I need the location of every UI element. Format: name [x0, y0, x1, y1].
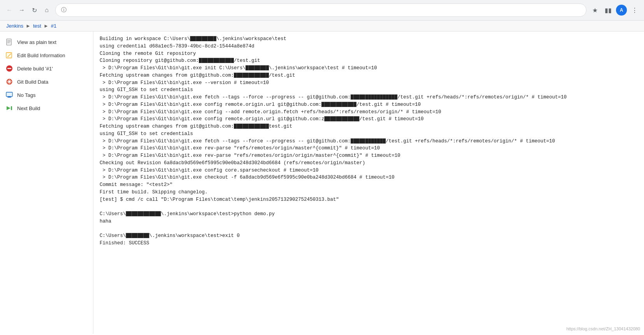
main-layout: View as plain text Edit Build Informatio… [0, 32, 644, 334]
nav-buttons: ← → ↻ ⌂ [4, 5, 52, 16]
avatar-button[interactable]: A [616, 5, 627, 16]
sidebar-item-no-tags[interactable]: No Tags [0, 88, 93, 102]
sidebar-label-view-plain-text: View as plain text [17, 39, 56, 45]
forward-button[interactable]: → [16, 5, 27, 16]
console-output[interactable]: Building in workspace C:\Users\█████████… [93, 32, 644, 334]
breadcrumb: Jenkins ► test ► #1 [0, 21, 644, 32]
breadcrumb-sep-1: ► [26, 23, 31, 29]
sidebar-item-view-plain-text[interactable]: View as plain text [0, 35, 93, 49]
sidebar-label-next-build: Next Build [17, 105, 40, 111]
sidebar-label-delete-build: Delete build '#1' [17, 66, 53, 72]
sidebar-label-edit-build-info: Edit Build Information [17, 53, 65, 58]
sidebar-label-git-build-data: Git Build Data [17, 79, 48, 85]
sidebar-item-next-build[interactable]: Next Build [0, 102, 93, 115]
home-button[interactable]: ⌂ [41, 5, 52, 16]
url-input[interactable]: 127.0.0.1:8080/jenkins/job/test/1/consol… [70, 7, 581, 13]
sidebar-item-git-build-data[interactable]: Git Build Data [0, 75, 93, 88]
breadcrumb-sep-2: ► [44, 23, 49, 29]
sidebar: View as plain text Edit Build Informatio… [0, 32, 93, 334]
breadcrumb-jenkins[interactable]: Jenkins [6, 23, 23, 29]
svg-line-5 [10, 54, 11, 54]
delete-icon [5, 65, 13, 72]
svg-rect-9 [6, 92, 12, 96]
bookmark-button[interactable]: ★ [590, 5, 600, 16]
doc-icon [5, 38, 13, 46]
sidebar-label-no-tags: No Tags [17, 92, 35, 98]
breadcrumb-test[interactable]: test [33, 23, 41, 29]
browser-chrome: ← → ↻ ⌂ ⓘ 127.0.0.1:8080/jenkins/job/tes… [0, 0, 644, 21]
watermark: https://blog.csdn.net/ZH_13041432080 [566, 326, 640, 331]
breadcrumb-build[interactable]: #1 [51, 23, 56, 29]
monitor-icon [5, 91, 13, 99]
sidebar-item-edit-build-info[interactable]: Edit Build Information [0, 49, 93, 62]
browser-toolbar: ← → ↻ ⌂ ⓘ 127.0.0.1:8080/jenkins/job/tes… [0, 0, 644, 20]
lock-icon: ⓘ [61, 7, 67, 14]
svg-rect-0 [7, 39, 11, 45]
back-button[interactable]: ← [4, 5, 15, 16]
sidebar-item-delete-build[interactable]: Delete build '#1' [0, 62, 93, 75]
git-icon [5, 78, 13, 86]
pencil-icon [5, 51, 13, 59]
svg-rect-13 [11, 106, 12, 110]
address-bar[interactable]: ⓘ 127.0.0.1:8080/jenkins/job/test/1/cons… [55, 4, 586, 17]
arrow-right-icon [5, 104, 13, 112]
svg-marker-12 [7, 106, 11, 110]
toolbar-actions: ★ ▮▮ A ⋮ [590, 5, 640, 16]
menu-button[interactable]: ⋮ [629, 5, 640, 16]
reload-button[interactable]: ↻ [29, 5, 40, 16]
extensions-button[interactable]: ▮▮ [603, 5, 614, 16]
